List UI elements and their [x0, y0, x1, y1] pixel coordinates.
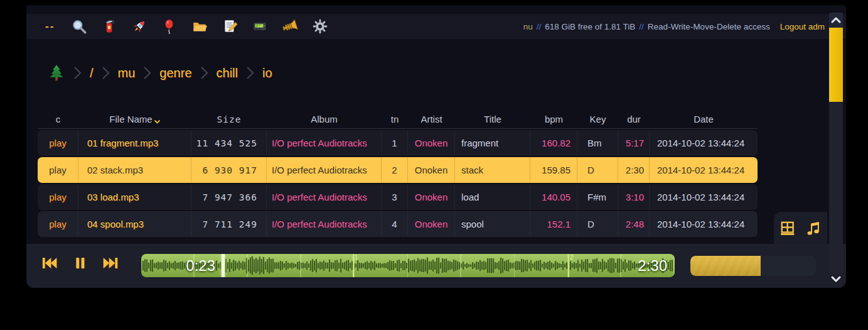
breadcrumb-io[interactable]: io	[262, 66, 272, 80]
file-browser-app: -- nu // 618 GiB free	[26, 5, 846, 288]
table-row[interactable]: play 04 spool.mp3 7 711 249 I/O perfect …	[38, 211, 758, 237]
key-cell: D	[577, 157, 618, 183]
duration-cell: 5:17	[618, 130, 650, 156]
artist-cell: Onoken	[408, 211, 455, 237]
cue-marker[interactable]: 1	[353, 254, 354, 277]
table-header-row: c File Name Size Album tn Artist Title b…	[38, 110, 758, 129]
album-cell: I/O perfect Audiotracks	[267, 184, 382, 210]
seekbar[interactable]: 12 0:23 2:30	[141, 254, 675, 277]
scroll-up-button[interactable]	[829, 13, 843, 28]
table-row[interactable]: play 03 load.mp3 7 947 366 I/O perfect A…	[38, 184, 758, 210]
status-separator: //	[537, 22, 542, 31]
bpm-cell: 140.05	[530, 184, 577, 210]
chevron-right-icon	[246, 65, 254, 80]
grid-view-icon[interactable]	[780, 220, 796, 236]
title-cell: load	[455, 184, 530, 210]
volume-fill	[690, 256, 761, 276]
table-row[interactable]: play 01 fragment.mp3 11 434 525 I/O perf…	[38, 130, 758, 156]
chevron-right-icon	[143, 65, 151, 80]
key-cell: Bm	[577, 130, 618, 156]
chevron-right-icon	[200, 65, 208, 80]
toolbar: -- nu // 618 GiB free	[26, 14, 846, 39]
duration-cell: 2:48	[618, 211, 650, 237]
column-header-file-name[interactable]: File Name	[78, 110, 191, 128]
column-header-bpm[interactable]: bpm	[530, 110, 577, 128]
breadcrumb-genre[interactable]: genre	[159, 66, 191, 80]
key-cell: D	[577, 211, 618, 237]
widget-toggle-panel	[774, 212, 827, 244]
scrollbar-thumb[interactable]	[829, 28, 843, 102]
trumpet-icon[interactable]	[281, 18, 298, 35]
play-link[interactable]: play	[38, 157, 78, 183]
duration-cell: 3:10	[618, 184, 650, 210]
file-name-link[interactable]: 02 stack.mp3	[78, 157, 191, 183]
playhead[interactable]	[222, 254, 225, 277]
column-header-key[interactable]: Key	[577, 110, 618, 128]
file-name-link[interactable]: 01 fragment.mp3	[78, 130, 191, 156]
column-header-tn[interactable]: tn	[382, 110, 408, 128]
memo-icon[interactable]	[221, 18, 238, 35]
rocket-icon[interactable]	[131, 18, 147, 35]
access-label: Read-Write-Move-Delete access	[648, 22, 770, 31]
title-cell: fragment	[455, 130, 530, 156]
file-name-link[interactable]: 04 spool.mp3	[78, 211, 191, 237]
artist-cell: Onoken	[408, 157, 455, 183]
logout-link[interactable]: Logout adm	[780, 22, 825, 31]
duration-cell: 2:30	[618, 157, 650, 183]
column-header-artist[interactable]: Artist	[408, 110, 455, 128]
total-time: 2:30	[638, 254, 667, 277]
breadcrumb-chill[interactable]: chill	[217, 66, 238, 80]
play-link[interactable]: play	[38, 130, 78, 156]
play-link[interactable]: play	[38, 211, 78, 237]
previous-track-button[interactable]	[40, 254, 58, 272]
column-header-c[interactable]: c	[38, 110, 78, 128]
pager-icon[interactable]	[251, 18, 268, 35]
artist-cell: Onoken	[408, 130, 455, 156]
tree-root-icon[interactable]	[48, 64, 65, 82]
date-cell: 2014-10-02 13:44:24	[650, 211, 758, 237]
status-separator: //	[639, 22, 644, 31]
file-name-link[interactable]: 03 load.mp3	[78, 184, 191, 210]
bpm-cell: 159.85	[530, 157, 577, 183]
fire-extinguisher-icon[interactable]	[100, 18, 117, 35]
column-header-title[interactable]: Title	[455, 110, 530, 128]
scroll-down-button[interactable]	[829, 273, 843, 285]
album-cell: I/O perfect Audiotracks	[267, 130, 382, 156]
file-size: 11 434 525	[191, 130, 267, 156]
settings-gear-icon[interactable]	[311, 18, 328, 35]
file-size: 6 930 917	[191, 157, 267, 183]
folder-icon[interactable]	[191, 18, 208, 35]
active-user-label: nu	[523, 22, 533, 31]
track-number-cell: 3	[382, 184, 408, 210]
column-header-size[interactable]: Size	[191, 110, 267, 128]
elapsed-time: 0:23	[186, 254, 215, 277]
search-icon[interactable]	[70, 18, 87, 35]
bpm-cell: 160.82	[530, 130, 577, 156]
column-header-dur[interactable]: dur	[618, 110, 650, 128]
file-size: 7 711 249	[191, 211, 267, 237]
browser-window: -- nu // 618 GiB free	[0, 0, 868, 330]
key-cell: F#m	[577, 184, 618, 210]
breadcrumb-root[interactable]: /	[90, 66, 94, 80]
play-link[interactable]: play	[38, 184, 78, 210]
table-row-selected[interactable]: play 02 stack.mp3 6 930 917 I/O perfect …	[38, 157, 758, 183]
status-bar: nu // 618 GiB free of 1.81 TiB // Read-W…	[523, 14, 825, 39]
volume-slider[interactable]	[690, 256, 816, 276]
title-cell: spool	[455, 211, 530, 237]
breadcrumb-mu[interactable]: mu	[118, 66, 136, 80]
sort-descending-icon	[154, 119, 161, 124]
column-header-album[interactable]: Album	[267, 110, 382, 128]
column-header-date[interactable]: Date	[650, 110, 758, 128]
music-note-icon[interactable]	[805, 220, 822, 236]
chevron-right-icon	[102, 65, 110, 80]
bpm-cell: 152.1	[530, 211, 577, 237]
chevron-right-icon	[73, 65, 82, 80]
scrollbar	[829, 13, 843, 285]
pause-button[interactable]	[71, 254, 89, 272]
balloon-icon[interactable]	[161, 18, 178, 35]
cue-marker[interactable]: 2	[568, 254, 569, 277]
date-cell: 2014-10-02 13:44:24	[650, 130, 758, 156]
track-number-cell: 2	[382, 157, 408, 183]
collapse-toolbar-button[interactable]: --	[45, 20, 55, 33]
next-track-button[interactable]	[102, 254, 120, 272]
